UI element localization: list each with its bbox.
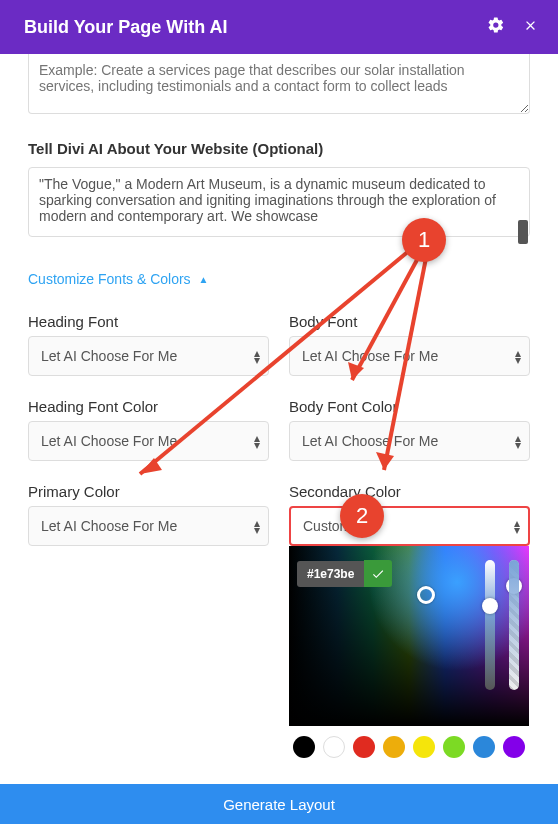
- swatch-white[interactable]: [323, 736, 345, 758]
- select-arrows-icon: ▴▾: [254, 349, 260, 363]
- page-prompt-input[interactable]: [28, 54, 530, 114]
- select-value: Let AI Choose For Me: [302, 433, 438, 449]
- primary-color-select[interactable]: Let AI Choose For Me ▴▾: [28, 506, 269, 546]
- modal-title: Build Your Page With AI: [24, 17, 228, 38]
- select-value: Let AI Choose For Me: [41, 518, 177, 534]
- secondary-color-label: Secondary Color: [289, 483, 530, 500]
- swatch-orange[interactable]: [383, 736, 405, 758]
- fonts-colors-grid: Heading Font Let AI Choose For Me ▴▾ Bod…: [28, 305, 530, 758]
- collapse-label: Customize Fonts & Colors: [28, 271, 191, 287]
- swatch-black[interactable]: [293, 736, 315, 758]
- select-arrows-icon: ▴▾: [514, 519, 520, 533]
- body-font-color-label: Body Font Color: [289, 398, 530, 415]
- body-font-select[interactable]: Let AI Choose For Me ▴▾: [289, 336, 530, 376]
- swatch-yellow[interactable]: [413, 736, 435, 758]
- select-value: Let AI Choose For Me: [41, 348, 177, 364]
- swatch-green[interactable]: [443, 736, 465, 758]
- footer-button-label: Generate Layout: [223, 796, 335, 813]
- customize-fonts-colors-toggle[interactable]: Customize Fonts & Colors ▲: [28, 271, 209, 287]
- select-value: Let AI Choose For Me: [41, 433, 177, 449]
- gear-icon[interactable]: [487, 16, 505, 38]
- select-arrows-icon: ▴▾: [515, 434, 521, 448]
- heading-font-label: Heading Font: [28, 313, 269, 330]
- modal-header: Build Your Page With AI: [0, 0, 558, 54]
- hex-confirm-button[interactable]: [364, 560, 392, 587]
- secondary-color-select[interactable]: Custom ▴▾: [289, 506, 530, 546]
- slider-handle[interactable]: [482, 598, 498, 614]
- heading-font-color-select[interactable]: Let AI Choose For Me ▴▾: [28, 421, 269, 461]
- heading-font-color-label: Heading Font Color: [28, 398, 269, 415]
- modal-body: Tell Divi AI About Your Website (Optiona…: [0, 54, 558, 758]
- hue-slider[interactable]: [485, 560, 495, 690]
- close-icon[interactable]: [523, 18, 538, 37]
- chevron-up-icon: ▲: [199, 274, 209, 285]
- hex-input[interactable]: #1e73be: [297, 561, 364, 587]
- color-picker-cursor[interactable]: [417, 586, 435, 604]
- select-arrows-icon: ▴▾: [254, 519, 260, 533]
- color-swatches: [289, 736, 529, 758]
- select-value: Let AI Choose For Me: [302, 348, 438, 364]
- select-value: Custom: [303, 518, 351, 534]
- color-picker: #1e73be: [289, 546, 529, 758]
- about-label: Tell Divi AI About Your Website (Optiona…: [28, 140, 530, 157]
- swatch-red[interactable]: [353, 736, 375, 758]
- body-font-color-select[interactable]: Let AI Choose For Me ▴▾: [289, 421, 530, 461]
- generate-layout-button[interactable]: Generate Layout: [0, 784, 558, 824]
- primary-color-label: Primary Color: [28, 483, 269, 500]
- color-sliders: [485, 560, 519, 712]
- header-actions: [487, 16, 538, 38]
- textarea-scrollbar[interactable]: [518, 220, 528, 244]
- swatch-blue[interactable]: [473, 736, 495, 758]
- color-picker-canvas[interactable]: #1e73be: [289, 546, 529, 726]
- slider-handle[interactable]: [506, 578, 522, 594]
- body-font-label: Body Font: [289, 313, 530, 330]
- hex-input-group: #1e73be: [297, 560, 392, 587]
- alpha-slider[interactable]: [509, 560, 519, 690]
- heading-font-select[interactable]: Let AI Choose For Me ▴▾: [28, 336, 269, 376]
- select-arrows-icon: ▴▾: [515, 349, 521, 363]
- swatch-purple[interactable]: [503, 736, 525, 758]
- select-arrows-icon: ▴▾: [254, 434, 260, 448]
- about-website-input[interactable]: [28, 167, 530, 237]
